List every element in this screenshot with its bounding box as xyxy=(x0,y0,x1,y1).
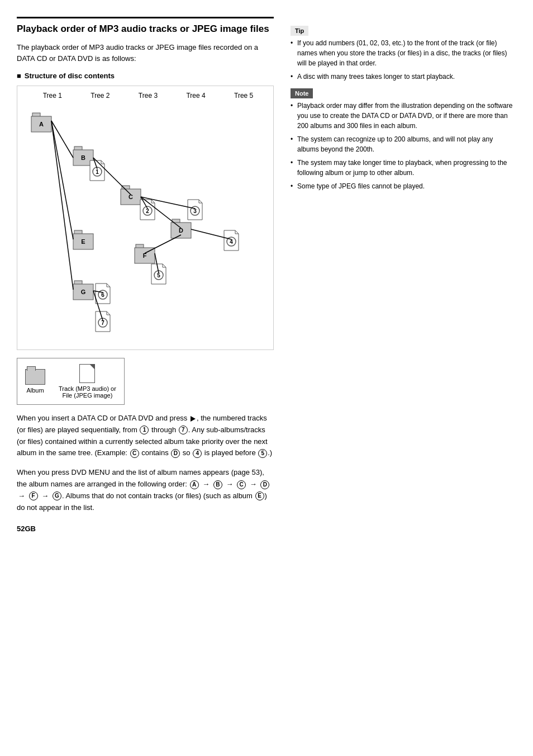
svg-text:E: E xyxy=(81,238,85,245)
file-5: 5 xyxy=(151,264,166,284)
svg-line-44 xyxy=(51,121,73,290)
svg-text:G: G xyxy=(81,289,86,295)
circle-1: 1 xyxy=(140,426,149,434)
arrow-4: → xyxy=(18,490,25,502)
tree-svg: A B C E xyxy=(23,102,263,342)
album-E: E xyxy=(73,230,93,249)
arrow-3: → xyxy=(250,479,257,490)
album-icon xyxy=(25,369,45,385)
note-content: Playback order may differ from the illus… xyxy=(291,101,516,191)
file-7: 7 xyxy=(96,311,110,332)
tree-label-5: Tree 5 xyxy=(220,92,268,100)
svg-text:7: 7 xyxy=(101,320,104,326)
file-1: 1 xyxy=(90,160,104,181)
tree-labels: Tree 1 Tree 2 Tree 3 Tree 4 Tree 5 xyxy=(23,92,268,100)
seq-C: C xyxy=(237,480,246,489)
circle-D: D xyxy=(171,449,180,458)
seq-D: D xyxy=(260,480,269,489)
album-G: G xyxy=(73,281,93,300)
tree-diagram-container: Tree 1 Tree 2 Tree 3 Tree 4 Tree 5 A xyxy=(17,86,274,350)
tip-item-1: If you add numbers (01, 02, 03, etc.) to… xyxy=(291,38,516,68)
seq-A: A xyxy=(190,480,199,489)
note-label: Note xyxy=(291,88,313,98)
svg-text:5: 5 xyxy=(157,272,160,278)
structure-heading: Structure of disc contents xyxy=(17,72,274,80)
circle-7: 7 xyxy=(179,426,188,434)
legend-box: Album Track (MP3 audio) or File (JPEG im… xyxy=(17,358,125,405)
album-F: F xyxy=(135,244,155,263)
file-icon xyxy=(79,364,95,383)
tree-label-3: Tree 3 xyxy=(124,92,172,100)
file-4: 4 xyxy=(224,230,239,251)
section-title: Playback order of MP3 audio tracks or JP… xyxy=(17,23,274,35)
album-C: C xyxy=(121,186,141,205)
tip-label: Tip xyxy=(291,26,308,36)
svg-text:4: 4 xyxy=(230,239,233,245)
body-text-1: When you insert a DATA CD or DATA DVD an… xyxy=(17,413,274,459)
tip-content: If you add numbers (01, 02, 03, etc.) to… xyxy=(291,38,516,82)
album-label: Album xyxy=(26,387,44,394)
body-text-2: When you press DVD MENU and the list of … xyxy=(17,467,274,513)
tree-label-4: Tree 4 xyxy=(172,92,220,100)
tree-label-1: Tree 1 xyxy=(28,92,77,100)
svg-text:6: 6 xyxy=(101,292,104,298)
file-2: 2 xyxy=(140,200,155,220)
arrow-2: → xyxy=(226,479,233,490)
left-column: Playback order of MP3 audio tracks or JP… xyxy=(17,17,274,533)
note-item-3: The system may take longer time to playb… xyxy=(291,158,516,178)
svg-text:1: 1 xyxy=(96,169,99,175)
structure-heading-text: Structure of disc contents xyxy=(25,72,115,80)
circle-4: 4 xyxy=(193,449,202,458)
file-3: 3 xyxy=(188,200,202,220)
svg-line-51 xyxy=(145,235,181,253)
intro-text: The playback order of MP3 audio tracks o… xyxy=(17,42,274,64)
note-item-4: Some type of JPEG files cannot be played… xyxy=(291,181,516,191)
legend-album: Album xyxy=(25,369,45,394)
tip-item-2: A disc with many trees takes longer to s… xyxy=(291,72,516,82)
svg-text:B: B xyxy=(81,154,85,161)
arrow-5: → xyxy=(41,490,49,502)
play-icon xyxy=(191,416,196,422)
note-item-1: Playback order may differ from the illus… xyxy=(291,101,516,131)
right-column: Tip If you add numbers (01, 02, 03, etc.… xyxy=(291,17,516,533)
arrow-1: → xyxy=(202,479,210,490)
circle-5: 5 xyxy=(258,449,267,458)
seq-G: G xyxy=(53,492,61,500)
tree-label-2: Tree 2 xyxy=(77,92,125,100)
legend-file: Track (MP3 audio) or File (JPEG image) xyxy=(59,364,116,399)
svg-text:A: A xyxy=(39,121,44,127)
album-A: A xyxy=(31,113,51,132)
circle-E: E xyxy=(255,492,264,500)
album-D: D xyxy=(171,219,191,238)
svg-text:3: 3 xyxy=(193,208,197,214)
file-6: 6 xyxy=(96,284,110,304)
top-border xyxy=(17,17,274,18)
file-label: Track (MP3 audio) or File (JPEG image) xyxy=(59,385,116,399)
page-number: 52GB xyxy=(17,525,274,533)
circle-C: C xyxy=(130,449,139,458)
seq-F: F xyxy=(29,492,38,500)
svg-text:2: 2 xyxy=(146,208,149,214)
note-item-2: The system can recognize up to 200 album… xyxy=(291,134,516,154)
seq-B: B xyxy=(213,480,222,489)
